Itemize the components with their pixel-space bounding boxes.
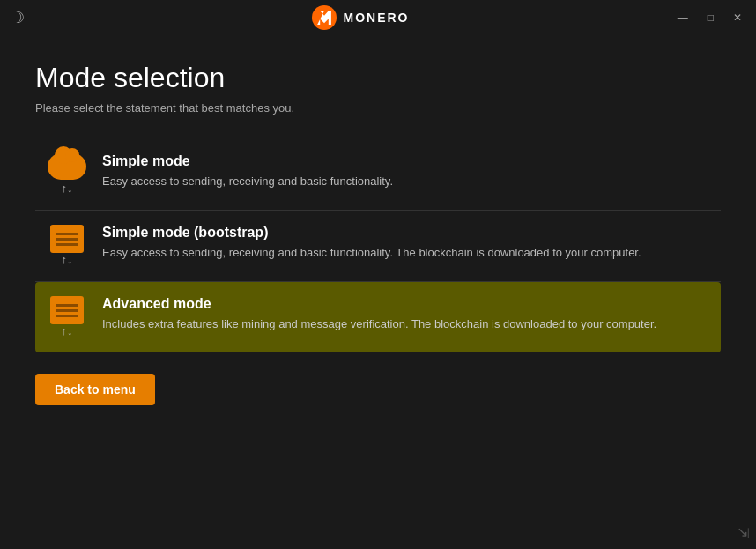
db-icon-bootstrap [50,225,84,253]
moon-icon: ☽ [11,8,25,27]
minimize-button[interactable]: — [674,10,692,26]
advanced-mode-desc: Includes extra features like mining and … [102,315,710,333]
simple-bootstrap-mode-text: Simple mode (bootstrap) Easy access to s… [102,225,710,262]
up-down-arrows-advanced-icon: ↑↓ [62,324,73,338]
back-to-menu-button[interactable]: Back to menu [35,374,155,405]
monero-logo-icon [312,5,337,30]
page-title: Mode selection [35,62,721,94]
resize-handle-icon: ⇲ [737,525,749,542]
up-down-arrows-icon: ↑↓ [62,182,73,196]
simple-mode-item[interactable]: ↑↓ Simple mode Easy access to sending, r… [35,139,721,211]
simple-bootstrap-mode-icon: ↑↓ [46,225,88,267]
simple-mode-desc: Easy access to sending, receiving and ba… [102,173,710,190]
advanced-mode-icon: ↑↓ [46,296,88,338]
arrows-group: ↑↓ [62,182,73,196]
up-down-arrows-bootstrap-icon: ↑↓ [62,253,73,267]
simple-mode-icon: ↑↓ [46,153,88,196]
app-title: MONERO [344,11,410,25]
main-content: Mode selection Please select the stateme… [0,35,756,432]
advanced-mode-item[interactable]: ↑↓ Advanced mode Includes extra features… [35,282,721,352]
advanced-mode-text: Advanced mode Includes extra features li… [102,296,710,333]
simple-bootstrap-mode-desc: Easy access to sending, receiving and ba… [102,244,710,262]
close-button[interactable]: ✕ [730,10,745,26]
page-subtitle: Please select the statement that best ma… [35,101,721,115]
advanced-mode-name: Advanced mode [102,296,710,312]
db-line-1 [56,233,78,235]
db-line-adv-3 [56,315,78,317]
db-line-adv-1 [56,304,78,307]
maximize-button[interactable]: □ [704,10,717,26]
db-icon-advanced [50,296,84,324]
db-line-adv-2 [56,309,78,312]
arrows-group-advanced: ↑↓ [62,324,73,338]
simple-mode-name: Simple mode [102,153,710,169]
titlebar-controls: — □ ✕ [675,10,745,26]
simple-bootstrap-mode-item[interactable]: ↑↓ Simple mode (bootstrap) Easy access t… [35,211,721,282]
arrows-group-bootstrap: ↑↓ [62,253,73,267]
simple-mode-text: Simple mode Easy access to sending, rece… [102,153,710,190]
simple-bootstrap-mode-name: Simple mode (bootstrap) [102,225,710,241]
titlebar-center: MONERO [312,5,410,30]
db-line-2 [56,238,78,241]
cloud-icon [48,153,86,180]
titlebar-left: ☽ [11,8,46,27]
titlebar: ☽ MONERO — □ ✕ [0,0,756,35]
db-line-3 [56,243,78,246]
